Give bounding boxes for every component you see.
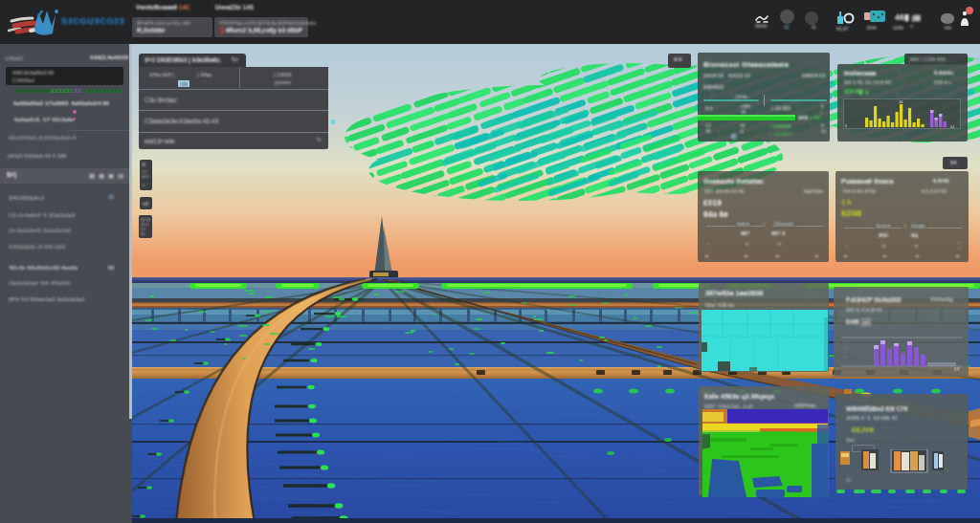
svg-text:64: 64 <box>950 124 955 129</box>
svg-text:14: 14 <box>899 99 903 104</box>
svg-text:64': 64' <box>954 367 960 372</box>
